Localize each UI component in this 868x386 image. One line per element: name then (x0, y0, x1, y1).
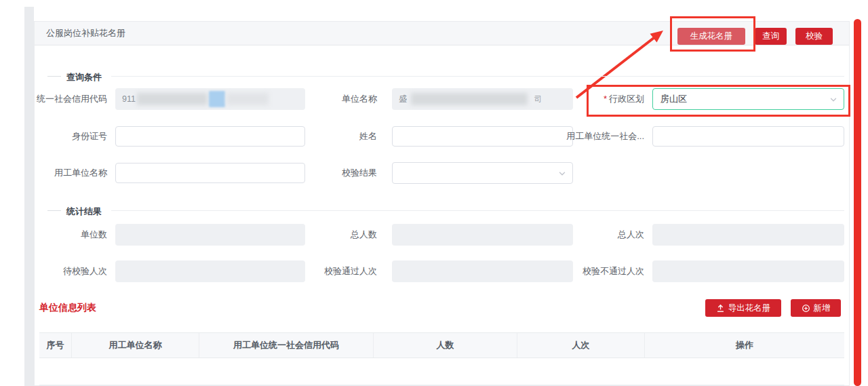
page-background-strip (24, 7, 34, 386)
field-label-total-people: 总人数 (296, 224, 377, 246)
table-body-empty (39, 358, 844, 385)
chevron-down-icon (829, 96, 837, 106)
field-label-district: *行政区划 (549, 88, 644, 110)
district-select-value: 房山区 (660, 93, 687, 105)
district-select[interactable]: 房山区 (652, 88, 844, 110)
unit-name-value-start: 盛 (399, 88, 408, 110)
table-header-employer-code: 用工单位统一社会信用代码 (199, 333, 373, 358)
table-header-row: 序号 用工单位名称 用工单位统一社会信用代码 人数 人次 操作 (39, 332, 844, 358)
divider-line (111, 76, 844, 77)
employer-name-input[interactable] (115, 163, 305, 183)
redaction-blur (411, 93, 528, 105)
field-label-credit-code: 统一社会信用代码 (19, 88, 107, 110)
required-asterisk: * (604, 94, 607, 104)
check-result-select[interactable] (392, 162, 573, 184)
field-label-check-result: 校验结果 (296, 162, 377, 184)
unit-count-input (115, 224, 305, 246)
field-label-id-number: 身份证号 (19, 126, 107, 147)
credit-code-value: 911 (122, 88, 136, 110)
unit-name-value-end: 司 (534, 88, 542, 110)
generate-roster-button[interactable]: 生成花名册 (677, 28, 745, 45)
table-header-actions: 操作 (644, 333, 844, 358)
redaction-blur (226, 93, 269, 105)
export-roster-label: 导出花名册 (728, 303, 771, 314)
field-label-unit-count: 单位数 (19, 224, 107, 246)
export-icon (716, 304, 725, 313)
table-header-employer-name: 用工单位名称 (71, 333, 199, 358)
unit-name-input: 盛 司 (392, 88, 573, 110)
redaction-blur (137, 93, 208, 105)
redaction-highlight-blue (209, 91, 225, 107)
district-label-text: 行政区划 (609, 94, 644, 104)
field-label-unit-name: 单位名称 (296, 88, 377, 110)
circle-plus-icon (802, 304, 810, 313)
field-label-pending-times: 待校验人次 (19, 260, 107, 282)
employer-credit-code-input[interactable] (652, 126, 844, 147)
total-times-input (652, 224, 844, 246)
failed-times-input (652, 260, 844, 282)
section-title-unit-list: 单位信息列表 (39, 302, 96, 314)
scrollbar-thumb[interactable] (854, 19, 861, 386)
total-people-input (392, 224, 573, 246)
field-label-employer-name: 用工单位名称 (19, 162, 107, 184)
chevron-down-icon (558, 170, 566, 180)
divider-tick (47, 76, 61, 77)
section-title-stats: 统计结果 (66, 206, 102, 218)
table-header-serial: 序号 (39, 333, 71, 358)
table-header-people-count: 人数 (373, 333, 517, 358)
add-button[interactable]: 新增 (791, 299, 841, 317)
divider-tick (47, 210, 61, 211)
page: 公服岗位补贴花名册 生成花名册 查询 校验 查询条件 统一社会信用代码 911 … (0, 0, 868, 386)
field-label-employer-credit-code: 用工单位统一社会... (542, 126, 644, 147)
field-label-failed-times: 校验不通过人次 (549, 260, 644, 282)
passed-times-input (392, 260, 573, 282)
page-title: 公服岗位补贴花名册 (46, 22, 125, 45)
add-button-label: 新增 (814, 303, 831, 314)
table-header-person-times: 人次 (517, 333, 644, 358)
divider-line (111, 210, 844, 211)
export-roster-button[interactable]: 导出花名册 (705, 299, 781, 317)
check-button[interactable]: 校验 (795, 28, 833, 45)
id-number-input[interactable] (115, 126, 305, 147)
query-button[interactable]: 查询 (755, 28, 787, 45)
field-label-total-times: 总人次 (549, 224, 644, 246)
credit-code-input: 911 (115, 88, 305, 110)
pending-times-input (115, 260, 305, 282)
field-label-name: 姓名 (296, 126, 377, 147)
section-title-query: 查询条件 (66, 71, 102, 83)
field-label-passed-times: 校验通过人次 (296, 260, 377, 282)
